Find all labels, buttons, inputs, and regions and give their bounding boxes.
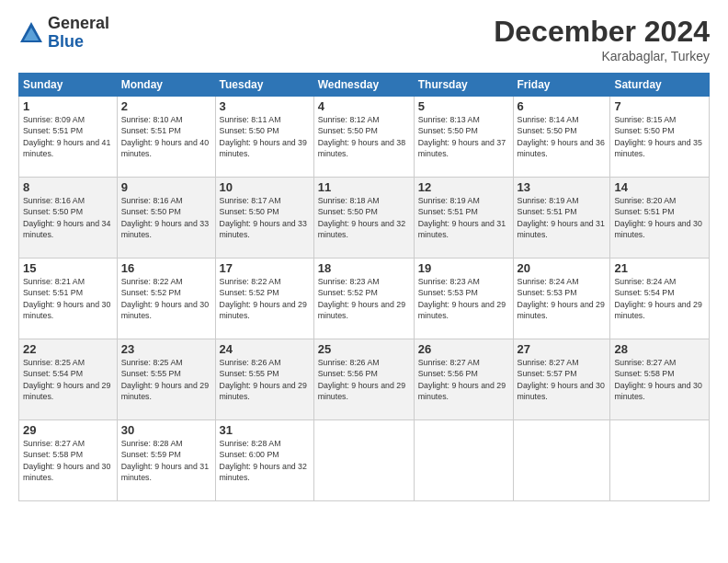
day-number: 20 (518, 261, 607, 275)
day-detail: Sunrise: 8:26 AM Sunset: 5:56 PM Dayligh… (318, 357, 410, 402)
day-detail: Sunrise: 8:28 AM Sunset: 5:59 PM Dayligh… (121, 438, 211, 483)
day-detail: Sunrise: 8:18 AM Sunset: 5:50 PM Dayligh… (318, 195, 410, 240)
day-detail: Sunrise: 8:21 AM Sunset: 5:51 PM Dayligh… (23, 276, 113, 321)
calendar-week-row: 8 Sunrise: 8:16 AM Sunset: 5:50 PM Dayli… (19, 178, 710, 259)
day-number: 28 (614, 342, 705, 356)
table-row: 20 Sunrise: 8:24 AM Sunset: 5:53 PM Dayl… (513, 259, 610, 339)
table-row: 7 Sunrise: 8:15 AM Sunset: 5:50 PM Dayli… (610, 97, 710, 178)
table-row: 19 Sunrise: 8:23 AM Sunset: 5:53 PM Dayl… (414, 259, 513, 339)
day-number: 11 (318, 180, 410, 194)
month-title: December 2024 (494, 15, 710, 49)
day-detail: Sunrise: 8:24 AM Sunset: 5:54 PM Dayligh… (614, 276, 705, 321)
day-detail: Sunrise: 8:24 AM Sunset: 5:53 PM Dayligh… (518, 276, 607, 321)
table-row: 2 Sunrise: 8:10 AM Sunset: 5:51 PM Dayli… (117, 97, 215, 178)
day-detail: Sunrise: 8:19 AM Sunset: 5:51 PM Dayligh… (418, 195, 509, 240)
day-number: 9 (121, 180, 211, 194)
day-number: 6 (518, 99, 607, 113)
day-number: 25 (318, 342, 410, 356)
day-detail: Sunrise: 8:16 AM Sunset: 5:50 PM Dayligh… (23, 195, 113, 240)
day-detail: Sunrise: 8:27 AM Sunset: 5:56 PM Dayligh… (418, 357, 509, 402)
day-number: 4 (318, 99, 410, 113)
table-row: 10 Sunrise: 8:17 AM Sunset: 5:50 PM Dayl… (215, 178, 313, 259)
table-row: 5 Sunrise: 8:13 AM Sunset: 5:50 PM Dayli… (414, 97, 513, 178)
day-detail: Sunrise: 8:17 AM Sunset: 5:50 PM Dayligh… (220, 195, 310, 240)
calendar-week-row: 1 Sunrise: 8:09 AM Sunset: 5:51 PM Dayli… (19, 97, 710, 178)
table-row: 21 Sunrise: 8:24 AM Sunset: 5:54 PM Dayl… (610, 259, 710, 339)
table-row: 3 Sunrise: 8:11 AM Sunset: 5:50 PM Dayli… (215, 97, 313, 178)
table-row: 16 Sunrise: 8:22 AM Sunset: 5:52 PM Dayl… (117, 259, 215, 339)
table-row: 23 Sunrise: 8:25 AM Sunset: 5:55 PM Dayl… (117, 339, 215, 420)
col-sunday: Sunday (19, 74, 118, 97)
table-row: 13 Sunrise: 8:19 AM Sunset: 5:51 PM Dayl… (513, 178, 610, 259)
calendar-week-row: 22 Sunrise: 8:25 AM Sunset: 5:54 PM Dayl… (19, 339, 710, 420)
day-number: 14 (614, 180, 705, 194)
logo-text: General Blue (48, 15, 109, 52)
day-number: 22 (23, 342, 113, 356)
table-row: 6 Sunrise: 8:14 AM Sunset: 5:50 PM Dayli… (513, 97, 610, 178)
day-number: 8 (23, 180, 113, 194)
day-detail: Sunrise: 8:11 AM Sunset: 5:50 PM Dayligh… (220, 114, 310, 159)
page: General Blue December 2024 Karabaglar, T… (0, 0, 728, 563)
day-detail: Sunrise: 8:25 AM Sunset: 5:55 PM Dayligh… (121, 357, 211, 402)
day-detail: Sunrise: 8:20 AM Sunset: 5:51 PM Dayligh… (614, 195, 705, 240)
col-saturday: Saturday (610, 74, 710, 97)
day-number: 30 (121, 423, 211, 437)
col-tuesday: Tuesday (215, 74, 313, 97)
table-row: 24 Sunrise: 8:26 AM Sunset: 5:55 PM Dayl… (215, 339, 313, 420)
day-number: 26 (418, 342, 509, 356)
day-detail: Sunrise: 8:23 AM Sunset: 5:53 PM Dayligh… (418, 276, 509, 321)
day-number: 12 (418, 180, 509, 194)
day-number: 31 (220, 423, 310, 437)
logo-blue: Blue (48, 32, 84, 51)
day-detail: Sunrise: 8:27 AM Sunset: 5:58 PM Dayligh… (614, 357, 705, 402)
day-detail: Sunrise: 8:09 AM Sunset: 5:51 PM Dayligh… (23, 114, 113, 159)
calendar-week-row: 15 Sunrise: 8:21 AM Sunset: 5:51 PM Dayl… (19, 259, 710, 339)
logo-icon (18, 20, 44, 46)
day-detail: Sunrise: 8:15 AM Sunset: 5:50 PM Dayligh… (614, 114, 705, 159)
day-number: 13 (518, 180, 607, 194)
day-detail: Sunrise: 8:19 AM Sunset: 5:51 PM Dayligh… (518, 195, 607, 240)
header: General Blue December 2024 Karabaglar, T… (18, 15, 710, 63)
table-row: 22 Sunrise: 8:25 AM Sunset: 5:54 PM Dayl… (19, 339, 118, 420)
table-row: 14 Sunrise: 8:20 AM Sunset: 5:51 PM Dayl… (610, 178, 710, 259)
day-number: 1 (23, 99, 113, 113)
table-row: 9 Sunrise: 8:16 AM Sunset: 5:50 PM Dayli… (117, 178, 215, 259)
day-detail: Sunrise: 8:14 AM Sunset: 5:50 PM Dayligh… (518, 114, 607, 159)
day-detail: Sunrise: 8:16 AM Sunset: 5:50 PM Dayligh… (121, 195, 211, 240)
table-row (414, 420, 513, 501)
table-row: 26 Sunrise: 8:27 AM Sunset: 5:56 PM Dayl… (414, 339, 513, 420)
day-number: 16 (121, 261, 211, 275)
table-row: 17 Sunrise: 8:22 AM Sunset: 5:52 PM Dayl… (215, 259, 313, 339)
table-row: 29 Sunrise: 8:27 AM Sunset: 5:58 PM Dayl… (19, 420, 118, 501)
day-number: 3 (220, 99, 310, 113)
table-row (513, 420, 610, 501)
col-monday: Monday (117, 74, 215, 97)
logo: General Blue (18, 15, 109, 52)
table-row: 31 Sunrise: 8:28 AM Sunset: 6:00 PM Dayl… (215, 420, 313, 501)
calendar-header-row: Sunday Monday Tuesday Wednesday Thursday… (19, 74, 710, 97)
logo-general: General (48, 14, 109, 32)
day-detail: Sunrise: 8:27 AM Sunset: 5:57 PM Dayligh… (518, 357, 607, 402)
table-row: 27 Sunrise: 8:27 AM Sunset: 5:57 PM Dayl… (513, 339, 610, 420)
table-row: 4 Sunrise: 8:12 AM Sunset: 5:50 PM Dayli… (313, 97, 414, 178)
table-row: 15 Sunrise: 8:21 AM Sunset: 5:51 PM Dayl… (19, 259, 118, 339)
day-number: 7 (614, 99, 705, 113)
day-number: 15 (23, 261, 113, 275)
subtitle: Karabaglar, Turkey (494, 49, 710, 63)
table-row: 28 Sunrise: 8:27 AM Sunset: 5:58 PM Dayl… (610, 339, 710, 420)
table-row: 18 Sunrise: 8:23 AM Sunset: 5:52 PM Dayl… (313, 259, 414, 339)
day-number: 2 (121, 99, 211, 113)
day-detail: Sunrise: 8:10 AM Sunset: 5:51 PM Dayligh… (121, 114, 211, 159)
table-row: 12 Sunrise: 8:19 AM Sunset: 5:51 PM Dayl… (414, 178, 513, 259)
day-number: 18 (318, 261, 410, 275)
day-number: 27 (518, 342, 607, 356)
day-number: 10 (220, 180, 310, 194)
day-number: 21 (614, 261, 705, 275)
col-friday: Friday (513, 74, 610, 97)
table-row (610, 420, 710, 501)
day-number: 24 (220, 342, 310, 356)
day-number: 17 (220, 261, 310, 275)
day-detail: Sunrise: 8:26 AM Sunset: 5:55 PM Dayligh… (220, 357, 310, 402)
table-row: 1 Sunrise: 8:09 AM Sunset: 5:51 PM Dayli… (19, 97, 118, 178)
col-wednesday: Wednesday (313, 74, 414, 97)
